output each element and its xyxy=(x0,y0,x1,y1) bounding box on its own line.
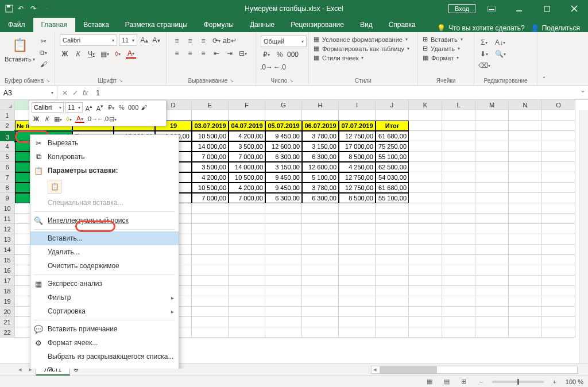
cell[interactable] xyxy=(192,265,229,276)
cell[interactable]: 6 300,00 xyxy=(302,193,339,203)
row-header-7[interactable]: 7 xyxy=(0,172,15,183)
cell[interactable] xyxy=(192,245,229,255)
horizontal-scrollbar[interactable]: ◂ xyxy=(371,366,578,374)
decrease-font-icon[interactable]: A▾ xyxy=(151,36,161,45)
number-format-combo[interactable]: Общий▾ xyxy=(261,36,307,47)
cell[interactable] xyxy=(192,214,229,224)
cell[interactable] xyxy=(442,317,475,327)
cell[interactable] xyxy=(265,224,302,234)
cell[interactable] xyxy=(542,172,575,183)
cell[interactable] xyxy=(192,255,229,265)
cell-styles-button[interactable]: ▦Стили ячеек▾ xyxy=(314,54,413,61)
cell[interactable] xyxy=(509,162,542,172)
cell[interactable] xyxy=(509,183,542,193)
align-top-icon[interactable]: ≡ xyxy=(171,36,183,46)
cell[interactable] xyxy=(509,307,542,317)
cell[interactable] xyxy=(302,245,339,255)
cell[interactable] xyxy=(192,276,229,286)
mini-fill-icon[interactable]: ◊▾ xyxy=(64,115,74,122)
cell[interactable]: 7 000,00 xyxy=(229,152,265,162)
cell[interactable] xyxy=(409,203,442,214)
row-header-16[interactable]: 16 xyxy=(0,265,15,276)
row-header-2[interactable]: 2 xyxy=(0,121,15,131)
align-left-icon[interactable]: ≡ xyxy=(171,48,183,59)
undo-icon[interactable]: ↶▾ xyxy=(17,4,26,13)
formula-bar[interactable]: 1 xyxy=(92,86,578,99)
cell[interactable] xyxy=(409,296,442,307)
comma-icon[interactable]: 000 xyxy=(287,49,299,60)
bold-button[interactable]: Ж xyxy=(60,49,70,59)
row-header-5[interactable]: 5 xyxy=(0,152,15,162)
mini-italic[interactable]: К xyxy=(42,115,52,122)
cell[interactable] xyxy=(542,203,575,214)
cut-icon[interactable]: ✂ xyxy=(38,37,49,46)
cell[interactable] xyxy=(475,214,509,224)
cell[interactable]: 10 500,00 xyxy=(192,131,229,141)
mini-size-combo[interactable]: 11▾ xyxy=(65,102,83,113)
cell[interactable] xyxy=(442,307,475,317)
cell[interactable]: 6 300,00 xyxy=(302,152,339,162)
cell[interactable] xyxy=(475,110,509,121)
underline-button[interactable]: Ч▾ xyxy=(86,49,96,59)
cell[interactable] xyxy=(542,214,575,224)
ctx-paste-options[interactable]: 📋 xyxy=(30,177,179,196)
share-button[interactable]: 👤Поделиться xyxy=(531,24,580,32)
cell[interactable] xyxy=(509,141,542,152)
cell[interactable] xyxy=(229,214,265,224)
cell[interactable] xyxy=(409,317,442,327)
col-header-L[interactable]: L xyxy=(442,100,475,110)
cell[interactable]: 6 300,00 xyxy=(265,152,302,162)
cell[interactable] xyxy=(442,224,475,234)
cell[interactable]: 7 000,00 xyxy=(192,193,229,203)
cell[interactable] xyxy=(409,121,442,131)
row-header-4[interactable]: 4 xyxy=(0,141,15,152)
ctx-filter[interactable]: Фильтр▸ xyxy=(30,291,179,304)
mini-border-icon[interactable]: ▦▾ xyxy=(53,115,63,123)
cell[interactable] xyxy=(509,193,542,203)
mini-percent-icon[interactable]: % xyxy=(117,104,126,111)
select-all[interactable] xyxy=(0,100,15,110)
cell[interactable] xyxy=(192,110,229,121)
cell[interactable] xyxy=(229,296,265,307)
cell[interactable] xyxy=(509,276,542,286)
cell[interactable] xyxy=(409,110,442,121)
cell[interactable] xyxy=(475,224,509,234)
col-header-G[interactable]: G xyxy=(265,100,302,110)
login-button[interactable]: Вход xyxy=(448,4,475,13)
cell[interactable] xyxy=(409,255,442,265)
cell[interactable] xyxy=(409,286,442,296)
cell[interactable] xyxy=(376,307,409,317)
cell[interactable] xyxy=(442,286,475,296)
cell[interactable] xyxy=(339,276,376,286)
zoom-slider[interactable] xyxy=(492,381,544,383)
ctx-quick-analysis[interactable]: ▦Экспресс-анализ xyxy=(30,277,179,291)
paste-plain-icon[interactable]: 📋 xyxy=(48,180,61,194)
tab-insert[interactable]: Вставка xyxy=(75,18,117,32)
cell[interactable] xyxy=(475,307,509,317)
cell[interactable]: Итог xyxy=(376,121,409,131)
vertical-scrollbar[interactable] xyxy=(579,110,588,369)
cell[interactable] xyxy=(192,307,229,317)
cell[interactable] xyxy=(509,234,542,245)
cell[interactable] xyxy=(229,245,265,255)
merge-icon[interactable]: ⊟▾ xyxy=(237,48,249,59)
cell[interactable] xyxy=(265,214,302,224)
col-header-I[interactable]: I xyxy=(339,100,376,110)
cell[interactable] xyxy=(229,307,265,317)
cell[interactable] xyxy=(475,162,509,172)
cell[interactable] xyxy=(409,327,442,338)
align-right-icon[interactable]: ≡ xyxy=(198,48,209,59)
cell[interactable] xyxy=(509,131,542,141)
cell[interactable]: 3 780,00 xyxy=(302,131,339,141)
cell[interactable]: 3 150,00 xyxy=(265,162,302,172)
row-header-18[interactable]: 18 xyxy=(0,286,15,296)
cell[interactable] xyxy=(509,121,542,131)
cell[interactable] xyxy=(192,203,229,214)
cell[interactable]: 4 200,00 xyxy=(229,183,265,193)
cells-format-button[interactable]: ▦Формат▾ xyxy=(423,54,469,61)
cell[interactable] xyxy=(229,203,265,214)
mini-font-combo[interactable]: Calibri▾ xyxy=(32,102,64,113)
cell[interactable] xyxy=(475,245,509,255)
cell[interactable] xyxy=(192,234,229,245)
ctx-dropdown[interactable]: Выбрать из раскрывающегося списка... xyxy=(30,350,179,363)
